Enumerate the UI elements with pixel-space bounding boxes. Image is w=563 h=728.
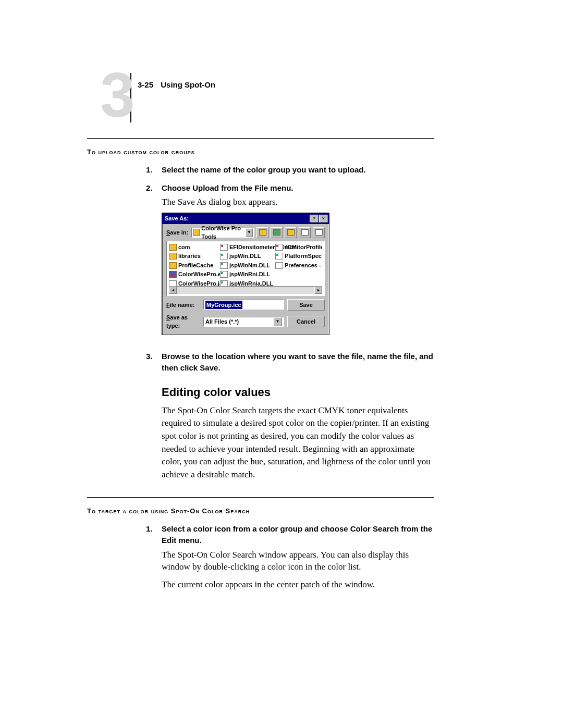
list-item[interactable]: jspWinRnia.DLL	[220, 279, 271, 286]
scroll-right-icon[interactable]: ▸	[314, 287, 322, 294]
desktop-button[interactable]	[271, 227, 283, 238]
save-button[interactable]: Save	[287, 299, 325, 311]
step-text: Choose Upload from the File menu.	[162, 182, 329, 194]
details-icon	[315, 229, 323, 236]
file-icon	[220, 262, 228, 269]
body-paragraph: The Spot-On Color Search targets the exa…	[162, 404, 434, 482]
file-name-input[interactable]: MyGroup.icc	[203, 300, 284, 310]
list-item[interactable]: ColorWisePro.exe	[169, 270, 216, 279]
file-column: EFIDensitometer100.ICM jspWin.DLL jspWin…	[220, 243, 271, 286]
step-note: The Spot-On Color Search window appears.…	[162, 549, 434, 574]
list-item[interactable]: jspWin.DLL	[220, 252, 271, 261]
list-icon	[301, 229, 309, 236]
save-in-label: Save in:	[166, 228, 188, 237]
file-icon	[220, 253, 228, 260]
list-item[interactable]: jspWinRni.DLL	[220, 270, 271, 279]
divider	[87, 497, 434, 498]
close-button[interactable]: ×	[319, 215, 328, 223]
scroll-left-icon[interactable]: ◂	[169, 287, 177, 294]
step-num: 1.	[146, 164, 162, 176]
step-2: 2. Choose Upload from the File menu. The…	[146, 182, 434, 344]
section-title: Using Spot-On	[161, 80, 215, 89]
file-icon	[220, 271, 228, 278]
chapter-number: 3	[100, 64, 135, 126]
file-list-pane[interactable]: com libraries ProfileCache ColorWisePro.…	[166, 241, 325, 296]
procedure-title-2: To target a color using Spot-On Color Se…	[87, 507, 434, 515]
step-num: 2.	[146, 182, 162, 344]
step-text: Browse to the location where you want to…	[162, 351, 434, 374]
exe-icon	[169, 271, 177, 278]
page-header: 3 3-25 Using Spot-On	[130, 73, 434, 122]
file-icon	[275, 262, 283, 269]
file-icon	[275, 253, 283, 260]
folder-up-icon	[259, 229, 266, 236]
step-note: The current color appears in the center …	[162, 578, 434, 591]
help-button[interactable]: ?	[310, 215, 319, 223]
new-folder-icon	[287, 229, 295, 236]
cancel-button[interactable]: Cancel	[287, 316, 325, 327]
file-column: com libraries ProfileCache ColorWisePro.…	[169, 243, 216, 286]
desktop-icon	[273, 229, 280, 236]
list-item[interactable]: jspWinNm.DLL	[220, 261, 271, 270]
save-as-type-value: All Files (*.*)	[205, 317, 239, 326]
new-folder-button[interactable]	[285, 227, 297, 238]
dialog-titlebar: Save As: ? ×	[162, 213, 329, 224]
list-item[interactable]: ProfileCache	[169, 261, 216, 270]
file-icon	[220, 280, 228, 286]
save-as-type-label: Save as type:	[166, 313, 200, 330]
chevron-down-icon[interactable]: ▼	[273, 317, 282, 326]
step-note: The Save As dialog box appears.	[162, 196, 329, 208]
folder-icon	[169, 244, 177, 251]
list-view-button[interactable]	[299, 227, 311, 238]
list-item[interactable]: Preferences - Spot E	[275, 261, 322, 270]
list-item[interactable]: EFIDensitometer100.ICM	[220, 243, 271, 252]
step-num: 1.	[146, 523, 162, 591]
list-item[interactable]: PlatformSpecific.dll	[275, 252, 322, 261]
horizontal-scrollbar[interactable]: ◂ ▸	[169, 286, 322, 294]
list-item[interactable]: monitorProfile.icc	[275, 243, 322, 252]
step-num: 3.	[146, 351, 162, 374]
up-one-level-button[interactable]	[256, 227, 268, 238]
step-text: Select the name of the color group you w…	[162, 164, 366, 176]
file-icon	[275, 244, 283, 251]
step-1: 1. Select the name of the color group yo…	[146, 164, 434, 176]
save-in-combo[interactable]: ColorWise Pro Tools ▼	[191, 228, 254, 238]
step-1b: 1. Select a color icon from a color grou…	[146, 523, 434, 591]
list-item[interactable]: ColorWisePro.jar	[169, 279, 216, 286]
save-as-dialog: Save As: ? × Save in: ColorWise Pro Tool…	[162, 213, 329, 335]
page-ref: 3-25	[138, 80, 153, 89]
folder-icon	[169, 262, 177, 269]
file-name-value: MyGroup.icc	[205, 301, 242, 310]
file-name-label: File name:	[166, 301, 200, 310]
folder-icon	[193, 229, 200, 236]
step-3: 3. Browse to the location where you want…	[146, 351, 434, 374]
header-label: 3-25 Using Spot-On	[138, 80, 215, 89]
save-as-type-combo[interactable]: All Files (*.*) ▼	[203, 317, 284, 327]
list-item[interactable]: com	[169, 243, 216, 252]
step-text: Select a color icon from a color group a…	[162, 523, 434, 547]
list-item[interactable]: libraries	[169, 252, 216, 261]
scroll-track[interactable]	[177, 287, 314, 294]
save-in-value: ColorWise Pro Tools	[201, 224, 246, 241]
dialog-title: Save As:	[165, 214, 309, 223]
file-icon	[220, 244, 228, 251]
file-icon	[169, 280, 177, 286]
procedure-title-1: To upload custom color groups	[87, 148, 434, 156]
heading-editing-color-values: Editing color values	[162, 386, 434, 399]
file-column: monitorProfile.icc PlatformSpecific.dll …	[275, 243, 322, 286]
divider	[87, 138, 434, 139]
details-view-button[interactable]	[313, 227, 325, 238]
folder-icon	[169, 253, 177, 260]
chevron-down-icon[interactable]: ▼	[246, 228, 253, 237]
